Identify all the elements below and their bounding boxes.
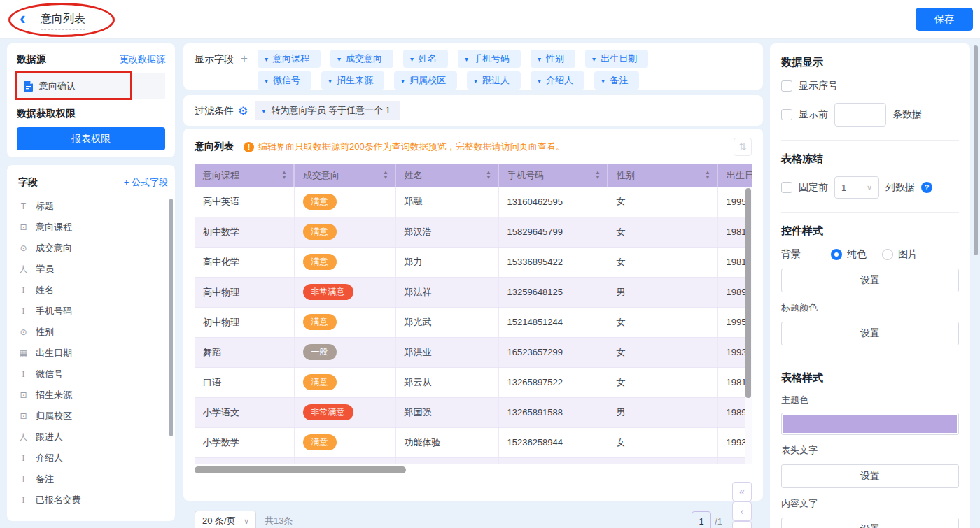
text-field-icon: I <box>18 494 29 506</box>
radio-unselected-icon <box>882 249 893 260</box>
filter-condition-chip[interactable]: ▾转为意向学员 等于任意一个 1 <box>255 101 400 120</box>
display-field-chip-跟进人[interactable]: ▾跟进人 <box>467 71 521 90</box>
display-field-chip-姓名[interactable]: ▾姓名 <box>403 50 448 68</box>
formula-field-link[interactable]: + 公式字段 <box>124 176 168 189</box>
show-top-input[interactable] <box>834 103 886 127</box>
report-permission-button[interactable]: 报表权限 <box>17 127 165 150</box>
field-item-已报名交费[interactable]: I已报名交费 <box>18 490 168 511</box>
freeze-count-select[interactable]: 1 ∨ <box>834 176 879 199</box>
display-field-chip-介绍人[interactable]: ▾介绍人 <box>531 71 584 90</box>
display-field-chip-招生来源[interactable]: ▾招生来源 <box>321 71 384 90</box>
display-field-chip-手机号码[interactable]: ▾手机号码 <box>458 50 521 68</box>
change-datasource-link[interactable]: 更改数据源 <box>120 53 165 66</box>
save-button[interactable]: 保存 <box>916 8 973 31</box>
column-header-出生日期[interactable]: 出生日期▲▼ <box>718 164 752 187</box>
datasource-item[interactable]: 意向确认 <box>17 73 165 99</box>
field-item-跟进人[interactable]: 人跟进人 <box>18 427 168 448</box>
field-item-微信号[interactable]: I微信号 <box>18 364 168 385</box>
background-set-button[interactable]: 设置 <box>781 269 959 292</box>
title-field-icon: T <box>18 474 29 484</box>
back-icon[interactable]: ‹ <box>20 8 26 28</box>
table-vertical-scrollbar-track <box>745 187 752 464</box>
table-cell: 一般 <box>294 337 396 367</box>
field-item-性别[interactable]: ⊙性别 <box>18 322 168 343</box>
text-field-icon: I <box>18 369 29 380</box>
theme-color-swatch[interactable] <box>781 413 959 435</box>
page-size-value: 20 条/页 <box>202 515 236 527</box>
column-header-成交意向[interactable]: 成交意向▲▼ <box>294 164 396 187</box>
column-header-手机号码[interactable]: 手机号码▲▼ <box>498 164 608 187</box>
display-field-chip-性别[interactable]: ▾性别 <box>531 50 575 68</box>
select-field-icon: ⊡ <box>18 411 29 421</box>
freeze-prefix: 固定前 <box>799 181 828 194</box>
fields-scrollbar[interactable] <box>169 199 173 436</box>
solid-color-radio[interactable]: 纯色 <box>831 248 867 261</box>
gear-icon[interactable]: ⚙ <box>238 104 248 117</box>
radio-field-icon: ⊙ <box>18 243 29 253</box>
radio-selected-icon <box>831 249 842 260</box>
field-item-label: 已报名交费 <box>36 494 81 506</box>
caret-down-icon: ▾ <box>465 55 468 63</box>
field-item-归属校区[interactable]: ⊡归属校区 <box>18 406 168 427</box>
field-item-姓名[interactable]: I姓名 <box>18 280 168 301</box>
field-item-备注[interactable]: T备注 <box>18 469 168 490</box>
sorter-icon[interactable]: ▲▼ <box>595 170 601 180</box>
column-header-姓名[interactable]: 姓名▲▼ <box>396 164 498 187</box>
page-title[interactable]: 意向列表 <box>41 12 85 30</box>
column-header-label: 出生日期 <box>727 170 752 180</box>
content-text-set-button[interactable]: 设置 <box>781 518 959 528</box>
sorter-icon[interactable]: ▲▼ <box>383 170 388 180</box>
field-item-招生来源[interactable]: ⊡招生来源 <box>18 385 168 406</box>
field-item-意向课程[interactable]: ⊡意向课程 <box>18 217 168 238</box>
freeze-checkbox[interactable] <box>781 182 792 193</box>
field-item-手机号码[interactable]: I手机号码 <box>18 301 168 322</box>
field-item-介绍人[interactable]: I介绍人 <box>18 448 168 469</box>
sorter-icon[interactable]: ▲▼ <box>281 170 287 180</box>
sorter-icon[interactable]: ▲▼ <box>705 170 710 180</box>
display-field-chip-备注[interactable]: ▾备注 <box>594 71 639 90</box>
display-field-chip-归属校区[interactable]: ▾归属校区 <box>394 71 457 90</box>
add-field-icon[interactable]: + <box>241 50 248 83</box>
table-cell: 15214851244 <box>498 307 608 337</box>
display-field-chip-出生日期[interactable]: ▾出生日期 <box>585 50 648 68</box>
current-page-box[interactable]: 1 <box>692 511 711 528</box>
chip-label: 姓名 <box>419 53 437 64</box>
table-horizontal-scrollbar[interactable] <box>195 466 406 473</box>
first-page-button[interactable]: « <box>732 482 752 501</box>
field-item-学员[interactable]: 人学员 <box>18 259 168 280</box>
field-item-出生日期[interactable]: ▦出生日期 <box>18 343 168 364</box>
sort-order-icon[interactable]: ⇅ <box>734 138 752 156</box>
show-top-checkbox[interactable] <box>781 109 792 120</box>
table-cell: 满意 <box>294 427 396 457</box>
permission-title: 数据获取权限 <box>17 108 165 120</box>
header-text-set-button[interactable]: 设置 <box>781 464 959 488</box>
preview-table: 意向课程▲▼成交意向▲▼姓名▲▼手机号码▲▼性别▲▼出生日期▲▼ 高中英语满意郑… <box>195 164 752 464</box>
field-item-成交意向[interactable]: ⊙成交意向 <box>18 238 168 259</box>
caret-down-icon: ▾ <box>592 55 596 63</box>
column-header-意向课程[interactable]: 意向课程▲▼ <box>195 164 294 187</box>
table-horizontal-scrollbar-track <box>195 466 752 473</box>
column-header-性别[interactable]: 性别▲▼ <box>608 164 718 187</box>
table-vertical-scrollbar[interactable] <box>746 188 751 398</box>
prev-page-button[interactable]: ‹ <box>732 501 752 521</box>
sorter-icon[interactable]: ▲▼ <box>486 170 491 180</box>
display-field-chip-微信号[interactable]: ▾微信号 <box>258 71 312 90</box>
image-radio[interactable]: 图片 <box>882 248 918 261</box>
page-size-select[interactable]: 20 条/页 ∨ <box>195 511 256 528</box>
table-card: 意向列表 ! 编辑界面只取数据源前200条作为查询数据预览，完整数据请访问页面查… <box>183 129 763 501</box>
header-text-label: 表头文字 <box>781 444 959 457</box>
display-field-chip-成交意向[interactable]: ▾成交意向 <box>330 50 393 68</box>
display-field-chip-意向课程[interactable]: ▾意向课程 <box>258 50 321 68</box>
panel-scrollbar[interactable] <box>974 45 978 255</box>
table-cell: 16523657299 <box>498 337 608 367</box>
field-item-标题[interactable]: T标题 <box>18 196 168 217</box>
intent-pill: 一般 <box>303 344 337 360</box>
next-page-button[interactable]: › <box>732 521 752 528</box>
table-cell: 女 <box>608 247 718 277</box>
title-color-label: 标题颜色 <box>781 301 959 314</box>
table-cell: 口语 <box>195 367 294 397</box>
chevron-down-icon: ∨ <box>867 183 872 192</box>
show-index-checkbox[interactable] <box>781 80 792 92</box>
help-icon[interactable]: ? <box>921 182 932 193</box>
title-color-set-button[interactable]: 设置 <box>781 322 959 345</box>
